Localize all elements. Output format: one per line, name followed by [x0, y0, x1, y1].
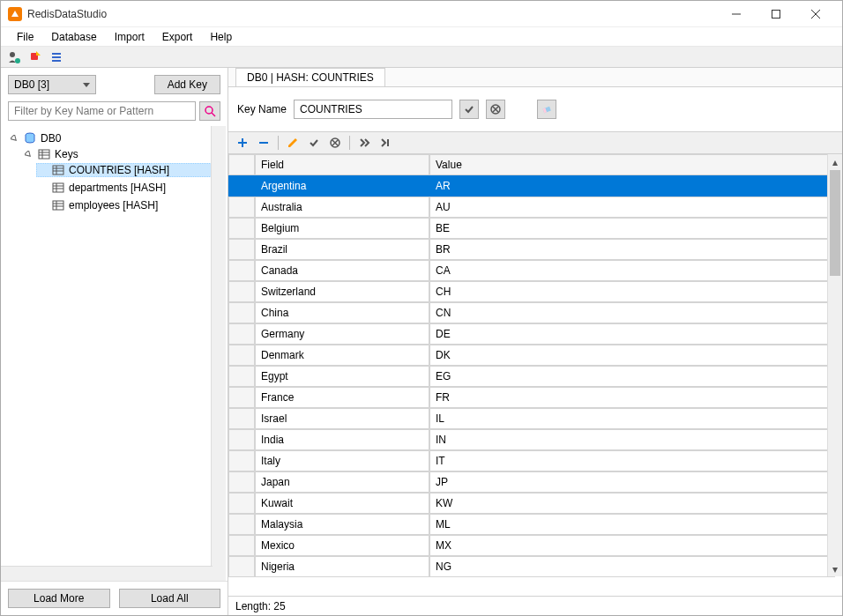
cell-field[interactable]: China — [255, 302, 429, 323]
cell-field[interactable]: Japan — [255, 471, 429, 493]
row-handle[interactable] — [228, 535, 255, 556]
page-last-button[interactable] — [377, 134, 394, 152]
tree-db-node[interactable]: DB0 — [8, 131, 224, 145]
th-value[interactable]: Value — [429, 154, 835, 175]
row-handle[interactable] — [228, 281, 255, 302]
cell-field[interactable]: Israel — [255, 408, 429, 429]
row-handle[interactable] — [228, 493, 255, 514]
filter-input[interactable] — [8, 101, 196, 121]
cell-value[interactable]: IN — [429, 429, 835, 450]
cell-field[interactable]: Brazil — [255, 239, 429, 260]
cell-value[interactable]: DE — [429, 323, 835, 345]
scroll-down-icon[interactable]: ▾ — [828, 561, 842, 576]
row-handle[interactable] — [228, 197, 255, 218]
cell-value[interactable]: IL — [429, 408, 835, 429]
row-handle[interactable] — [228, 239, 255, 260]
tree-vscrollbar[interactable] — [211, 126, 226, 581]
cell-value[interactable]: BE — [429, 218, 835, 239]
cell-value[interactable]: AU — [429, 197, 835, 218]
cell-value[interactable]: EG — [429, 366, 835, 387]
cell-field[interactable]: Canada — [255, 260, 429, 281]
row-handle[interactable] — [228, 387, 255, 408]
cell-field[interactable]: India — [255, 429, 429, 450]
cell-field[interactable]: Germany — [255, 323, 429, 345]
list-icon[interactable] — [48, 49, 64, 65]
cell-field[interactable]: Malaysia — [255, 514, 429, 535]
cell-field[interactable]: Australia — [255, 197, 429, 218]
tree-key-item[interactable]: employees [HASH] — [36, 198, 224, 212]
collapse-icon[interactable] — [10, 134, 19, 144]
collapse-icon[interactable] — [24, 150, 34, 160]
row-handle[interactable] — [228, 471, 255, 493]
cell-field[interactable]: Denmark — [255, 345, 429, 366]
cell-field[interactable]: Switzerland — [255, 281, 429, 302]
hash-table[interactable]: Field Value ArgentinaARAustraliaAUBelgiu… — [228, 154, 842, 577]
tree-key-item[interactable]: departments [HASH] — [36, 181, 224, 195]
key-name-input[interactable] — [294, 100, 452, 119]
cell-value[interactable]: AR — [429, 175, 835, 197]
menu-export[interactable]: Export — [153, 28, 202, 46]
cell-value[interactable]: BR — [429, 239, 835, 260]
add-key-button[interactable]: Add Key — [154, 75, 220, 94]
cell-field[interactable]: Argentina — [255, 175, 429, 197]
menu-file[interactable]: File — [8, 28, 42, 46]
row-handle[interactable] — [228, 556, 255, 577]
cell-value[interactable]: FR — [429, 387, 835, 408]
cell-field[interactable]: Nigeria — [255, 556, 429, 577]
cell-field[interactable]: Mexico — [255, 535, 429, 556]
maximize-button[interactable] — [756, 2, 795, 26]
row-handle[interactable] — [228, 323, 255, 345]
tab-key[interactable]: DB0 | HASH: COUNTRIES — [235, 68, 385, 86]
cell-field[interactable]: Kuwait — [255, 493, 429, 514]
row-handle[interactable] — [228, 175, 255, 197]
cell-value[interactable]: NG — [429, 556, 835, 577]
cell-value[interactable]: CA — [429, 260, 835, 281]
page-next-button[interactable] — [355, 134, 373, 152]
menu-import[interactable]: Import — [106, 28, 153, 46]
load-more-button[interactable]: Load More — [8, 589, 110, 608]
cell-value[interactable]: IT — [429, 450, 835, 471]
th-field[interactable]: Field — [255, 154, 429, 175]
row-handle[interactable] — [228, 302, 255, 323]
connection-icon[interactable] — [6, 49, 22, 65]
cell-value[interactable]: JP — [429, 471, 835, 493]
cell-value[interactable]: CN — [429, 302, 835, 323]
apply-rename-button[interactable] — [459, 100, 479, 119]
add-row-button[interactable] — [234, 134, 251, 152]
scroll-thumb[interactable] — [830, 170, 840, 276]
menu-database[interactable]: Database — [42, 28, 105, 46]
cell-value[interactable]: DK — [429, 345, 835, 366]
tree-hscrollbar[interactable] — [1, 566, 213, 581]
commit-button[interactable] — [305, 134, 323, 152]
edit-row-button[interactable] — [284, 134, 302, 152]
close-button[interactable] — [795, 2, 835, 26]
cell-field[interactable]: Italy — [255, 450, 429, 471]
row-handle[interactable] — [228, 429, 255, 450]
cell-field[interactable]: France — [255, 387, 429, 408]
load-all-button[interactable]: Load All — [119, 589, 221, 608]
cell-value[interactable]: MX — [429, 535, 835, 556]
cell-value[interactable]: ML — [429, 514, 835, 535]
scroll-up-icon[interactable]: ▴ — [828, 154, 842, 169]
remove-row-button[interactable] — [255, 134, 272, 152]
cell-value[interactable]: CH — [429, 281, 835, 302]
delete-key-button[interactable] — [486, 100, 505, 119]
minimize-button[interactable] — [716, 2, 756, 26]
row-handle[interactable] — [228, 218, 255, 239]
cancel-row-button[interactable] — [326, 134, 344, 152]
table-vscrollbar[interactable]: ▴ ▾ — [827, 154, 842, 576]
refresh-icon[interactable] — [27, 49, 43, 65]
key-tree[interactable]: DB0 Keys COUNTRIES [HASH]departments [HA… — [1, 126, 228, 581]
tree-keys-node[interactable]: Keys — [22, 147, 224, 161]
cell-field[interactable]: Egypt — [255, 366, 429, 387]
row-handle[interactable] — [228, 366, 255, 387]
clear-button[interactable] — [537, 100, 556, 119]
menu-help[interactable]: Help — [201, 28, 241, 46]
tree-key-item[interactable]: COUNTRIES [HASH] — [36, 163, 224, 177]
row-handle[interactable] — [228, 450, 255, 471]
db-selector[interactable]: DB0 [3] — [8, 75, 96, 94]
row-handle[interactable] — [228, 260, 255, 281]
row-handle[interactable] — [228, 345, 255, 366]
row-handle[interactable] — [228, 514, 255, 535]
filter-search-button[interactable] — [199, 101, 220, 121]
